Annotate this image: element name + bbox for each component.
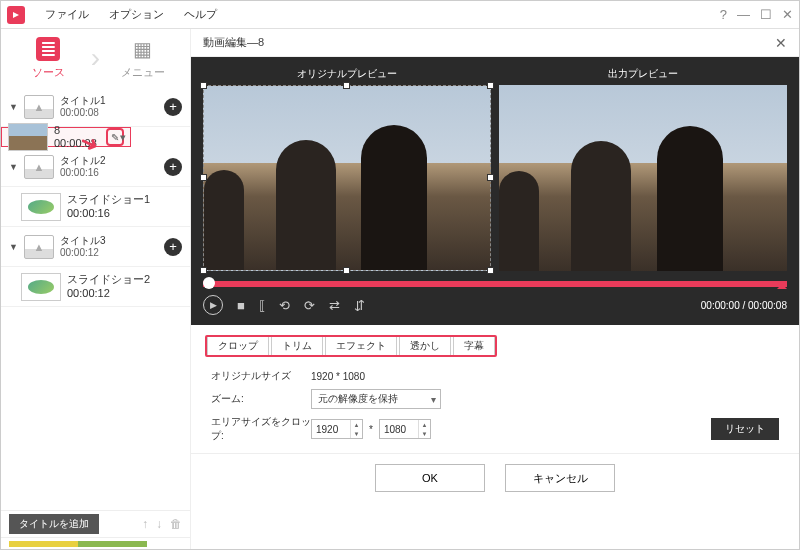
title-name: タイトル3	[60, 235, 158, 247]
flip-h-button[interactable]: ⇄	[329, 298, 340, 313]
crop-handle[interactable]	[200, 267, 207, 274]
original-preview[interactable]	[203, 85, 491, 271]
chevron-down-icon[interactable]: ▼	[9, 242, 18, 252]
crop-handle[interactable]	[343, 82, 350, 89]
add-clip-button[interactable]: +	[164, 98, 182, 116]
title-thumb-icon: ▲	[24, 155, 54, 179]
spin-down-icon[interactable]: ▼	[350, 429, 362, 438]
add-title-button[interactable]: タイトルを追加	[9, 514, 99, 534]
title-row[interactable]: ▼ ▲ タイトル200:00:16 +	[1, 147, 190, 187]
title-duration: 00:00:08	[60, 107, 158, 119]
tab-watermark[interactable]: 透かし	[399, 335, 451, 357]
crop-handle[interactable]	[487, 174, 494, 181]
clip-row[interactable]: スライドショー200:00:12	[1, 267, 190, 307]
end-marker[interactable]	[777, 279, 787, 289]
title-thumb-icon: ▲	[24, 95, 54, 119]
tab-source[interactable]: ≣ ソース	[1, 37, 96, 80]
crop-width-input[interactable]: 1920▲▼	[311, 419, 363, 439]
play-button[interactable]: ▶	[203, 295, 223, 315]
title-list: ▼ ▲ タイトル100:00:08 + 800:00:08 ➜ ✎ ▼ ▲ タイ…	[1, 87, 190, 510]
title-thumb-icon: ▲	[24, 235, 54, 259]
editor-dialog: 動画編集—8 ✕ オリジナルプレビュー 出力プレビュー	[191, 29, 799, 550]
minimize-icon[interactable]: —	[737, 7, 750, 22]
trash-icon[interactable]: 🗑	[170, 517, 182, 531]
crop-handle[interactable]	[487, 267, 494, 274]
clip-thumb	[21, 193, 61, 221]
reset-button[interactable]: リセット	[711, 418, 779, 440]
clip-thumb	[21, 273, 61, 301]
flip-v-button[interactable]: ⇵	[354, 298, 365, 313]
zoom-label: ズーム:	[211, 392, 311, 406]
svg-marker-0	[13, 12, 19, 18]
original-preview-label: オリジナルプレビュー	[203, 67, 491, 81]
menubar: ファイル オプション ヘルプ ? — ☐ ✕	[1, 1, 799, 29]
preview-area: オリジナルプレビュー 出力プレビュー	[191, 57, 799, 325]
menu-file[interactable]: ファイル	[35, 7, 99, 22]
clip-duration: 00:00:16	[67, 207, 182, 220]
spin-up-icon[interactable]: ▲	[350, 420, 362, 429]
timeline-track[interactable]	[203, 281, 787, 287]
dialog-title: 動画編集—8	[203, 35, 264, 50]
edit-clip-button[interactable]: ✎	[106, 128, 124, 146]
tab-crop[interactable]: クロップ	[207, 335, 269, 357]
title-name: タイトル1	[60, 95, 158, 107]
crop-handle[interactable]	[343, 267, 350, 274]
title-row[interactable]: ▼ ▲ タイトル300:00:12 +	[1, 227, 190, 267]
add-clip-button[interactable]: +	[164, 158, 182, 176]
playhead[interactable]	[203, 277, 215, 289]
crop-handle[interactable]	[200, 82, 207, 89]
tab-menu[interactable]: ▦ メニュー	[96, 37, 191, 80]
tab-subtitle[interactable]: 字幕	[453, 335, 495, 357]
tab-separator-icon: ›	[91, 42, 100, 74]
tab-effect[interactable]: エフェクト	[325, 335, 397, 357]
original-size-value: 1920 * 1080	[311, 371, 365, 382]
rotate-right-button[interactable]: ⟳	[304, 298, 315, 313]
add-clip-button[interactable]: +	[164, 238, 182, 256]
original-size-label: オリジナルサイズ	[211, 369, 311, 383]
clip-name: スライドショー2	[67, 273, 182, 286]
maximize-icon[interactable]: ☐	[760, 7, 772, 22]
dialog-close-icon[interactable]: ✕	[775, 35, 787, 51]
chevron-down-icon[interactable]: ▼	[9, 162, 18, 172]
time-display: 00:00:00 / 00:00:08	[701, 300, 787, 311]
chevron-down-icon[interactable]: ▼	[9, 102, 18, 112]
tab-menu-label: メニュー	[121, 65, 165, 80]
rotate-left-button[interactable]: ⟲	[279, 298, 290, 313]
menu-option[interactable]: オプション	[99, 7, 174, 22]
editor-tabs: クロップ トリム エフェクト 透かし 字幕	[201, 331, 501, 361]
title-duration: 00:00:12	[60, 247, 158, 259]
source-icon: ≣	[36, 37, 60, 61]
size-separator: *	[363, 424, 379, 435]
title-name: タイトル2	[60, 155, 158, 167]
tab-trim[interactable]: トリム	[271, 335, 323, 357]
crop-area-label: エリアサイズをクロップ:	[211, 415, 311, 443]
stop-button[interactable]: ■	[237, 298, 245, 313]
move-down-icon[interactable]: ↓	[156, 517, 162, 531]
title-duration: 00:00:16	[60, 167, 158, 179]
title-row[interactable]: ▼ ▲ タイトル100:00:08 +	[1, 87, 190, 127]
zoom-select[interactable]: 元の解像度を保持	[311, 389, 441, 409]
clip-thumb	[8, 123, 48, 151]
spin-down-icon[interactable]: ▼	[418, 429, 430, 438]
move-up-icon[interactable]: ↑	[142, 517, 148, 531]
crop-handle[interactable]	[200, 174, 207, 181]
clip-duration: 00:00:12	[67, 287, 182, 300]
crop-handle[interactable]	[487, 82, 494, 89]
menu-icon: ▦	[131, 37, 155, 61]
clip-row[interactable]: スライドショー100:00:16	[1, 187, 190, 227]
cancel-button[interactable]: キャンセル	[505, 464, 615, 492]
clip-row[interactable]: 800:00:08 ➜ ✎	[1, 127, 131, 147]
output-preview	[499, 85, 787, 271]
storage-bar	[1, 537, 190, 550]
close-icon[interactable]: ✕	[782, 7, 793, 22]
spin-up-icon[interactable]: ▲	[418, 420, 430, 429]
menu-help[interactable]: ヘルプ	[174, 7, 227, 22]
crop-height-input[interactable]: 1080▲▼	[379, 419, 431, 439]
app-logo	[7, 6, 25, 24]
help-icon[interactable]: ?	[720, 7, 727, 22]
tab-source-label: ソース	[32, 65, 65, 80]
ok-button[interactable]: OK	[375, 464, 485, 492]
marker-in-button[interactable]: ⟦	[259, 298, 265, 313]
clip-name: スライドショー1	[67, 193, 182, 206]
sidebar: ≣ ソース › ▦ メニュー ▼ ▲ タイトル100:00:08 + 800:0…	[1, 29, 191, 550]
